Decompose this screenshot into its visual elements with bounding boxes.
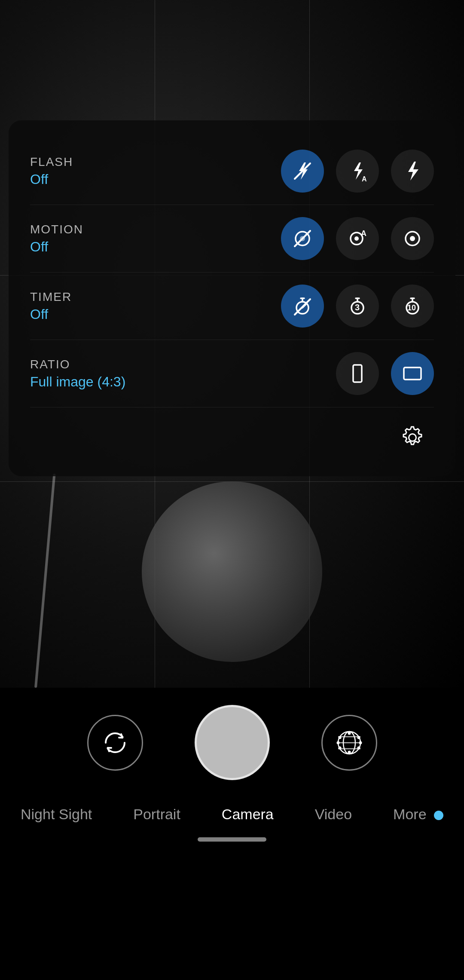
svg-point-35 [338,746,341,749]
timer-value: Off [30,306,281,322]
tab-night-sight[interactable]: Night Sight [12,802,101,827]
flash-options: A [281,150,434,193]
svg-point-30 [348,732,351,735]
ratio-row: RATIO Full image (4:3) [30,340,434,407]
flash-label: FLASH Off [30,155,281,187]
flash-category: FLASH [30,155,281,169]
svg-text:A: A [361,229,366,238]
disc-decoration [142,481,322,662]
wire-decoration [34,474,56,688]
svg-text:10: 10 [407,303,416,312]
timer-category: TIMER [30,290,281,304]
tab-camera[interactable]: Camera [213,802,282,827]
svg-line-4 [295,231,310,246]
tab-portrait[interactable]: Portrait [125,802,189,827]
tab-more[interactable]: More [385,802,452,827]
svg-point-31 [357,736,360,739]
svg-point-34 [348,750,351,753]
motion-label: MOTION Off [30,223,281,255]
camera-controls [87,688,377,793]
ratio-portrait-button[interactable] [336,352,379,395]
more-dot-indicator [434,811,443,820]
flash-row: FLASH Off A [30,138,434,205]
flash-off-button[interactable] [281,150,324,193]
svg-point-36 [336,741,339,744]
timer-label: TIMER Off [30,290,281,322]
motion-row: MOTION Off A [30,205,434,273]
lens-selector-button[interactable] [321,715,377,771]
svg-text:3: 3 [355,303,360,312]
motion-off-button[interactable] [281,217,324,260]
svg-rect-23 [353,365,362,382]
motion-category: MOTION [30,223,281,236]
flash-on-button[interactable] [391,150,434,193]
timer-options: 3 10 [281,285,434,328]
svg-point-33 [357,746,360,749]
mode-tabs: Night Sight Portrait Camera Video More [0,793,464,831]
ratio-category: RATIO [30,358,336,371]
settings-panel: FLASH Off A [9,120,455,476]
timer-off-button[interactable] [281,285,324,328]
motion-auto-button[interactable]: A [336,217,379,260]
timer-row: TIMER Off 3 [30,273,434,340]
svg-text:A: A [362,175,367,182]
timer-3-button[interactable]: 3 [336,285,379,328]
motion-value: Off [30,239,281,255]
svg-point-6 [354,236,359,241]
bottom-bar: Night Sight Portrait Camera Video More [0,688,464,980]
home-indicator [198,837,266,842]
motion-options: A [281,217,434,260]
svg-rect-24 [404,368,421,380]
svg-point-32 [359,741,362,744]
flash-auto-button[interactable]: A [336,150,379,193]
svg-point-37 [338,736,341,739]
settings-gear-button[interactable] [391,416,434,459]
ratio-value: Full image (4:3) [30,374,336,390]
settings-gear-row [30,407,434,459]
tab-video[interactable]: Video [306,802,360,827]
svg-point-9 [410,236,415,241]
ratio-landscape-button[interactable] [391,352,434,395]
flip-camera-button[interactable] [87,715,143,771]
ratio-label: RATIO Full image (4:3) [30,358,336,390]
ratio-options [336,352,434,395]
motion-on-button[interactable] [391,217,434,260]
shutter-button[interactable] [195,705,270,780]
flash-value: Off [30,172,281,187]
timer-10-button[interactable]: 10 [391,285,434,328]
